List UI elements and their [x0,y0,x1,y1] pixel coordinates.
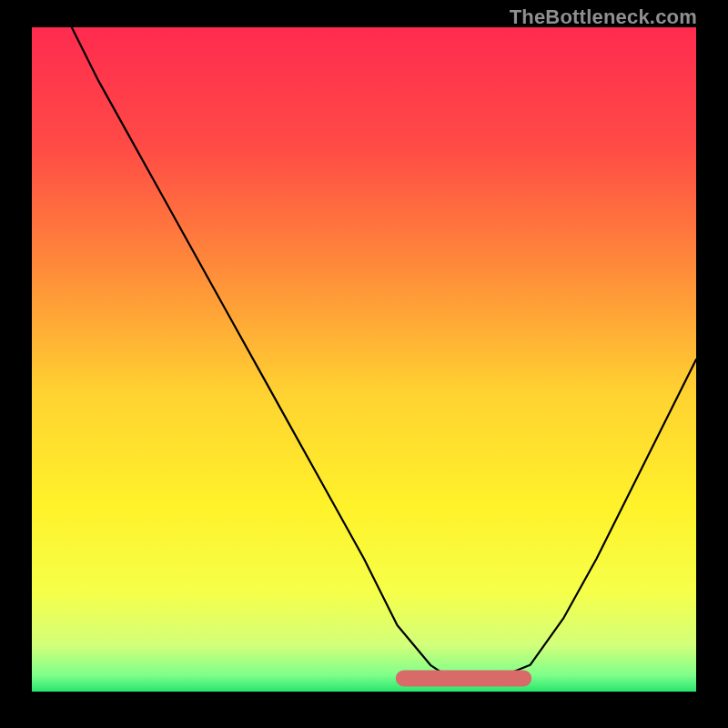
gradient-background [32,27,696,692]
watermark-text: TheBottleneck.com [510,5,697,29]
chart-svg [32,27,696,692]
plot-area [32,27,696,692]
chart-frame: TheBottleneck.com [0,0,728,728]
